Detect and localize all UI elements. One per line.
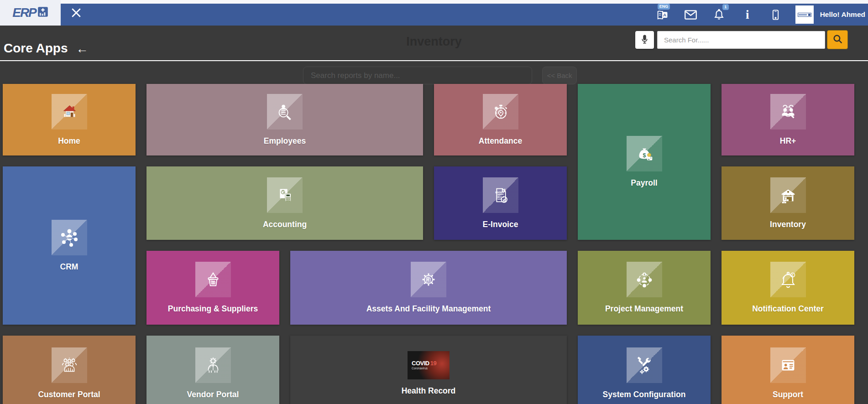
- tile-notification-center[interactable]: 1Notification Center: [722, 251, 854, 325]
- tile-customer-portal[interactable]: Customer Portal: [3, 336, 136, 404]
- svg-text:$: $: [643, 152, 646, 159]
- covid19-image: COVID19Coronavirus: [408, 351, 450, 379]
- tiles-grid: HomeEmployeesAttendance$PayrollHR+CRMCRM…: [3, 84, 854, 404]
- notifications-bell-icon[interactable]: 1: [711, 7, 727, 22]
- tile-label: CRM: [56, 262, 83, 272]
- svg-text:1: 1: [792, 274, 794, 277]
- voice-search-button[interactable]: [635, 31, 654, 49]
- page-title: Core Apps ←: [4, 41, 89, 56]
- tile-label: System Configuration: [598, 390, 690, 399]
- tile-label: Accounting: [258, 220, 311, 229]
- tile-label: Notification Center: [748, 304, 828, 314]
- crm-network-icon: CRM: [52, 220, 87, 255]
- tile-label: Health Record: [397, 386, 460, 396]
- tile-hr[interactable]: HR+: [722, 84, 854, 155]
- app-logo-mark-icon: [37, 6, 48, 19]
- close-icon[interactable]: [68, 5, 84, 20]
- tile-payroll[interactable]: $Payroll: [578, 84, 711, 240]
- basket-icon: [195, 262, 231, 297]
- tile-accounting[interactable]: Accounting: [146, 166, 423, 240]
- calculator-icon: [267, 177, 303, 213]
- app-logo-text: ERP: [12, 5, 36, 20]
- page-title-text: Core Apps: [4, 41, 68, 56]
- tile-label: E-Invoice: [478, 220, 523, 229]
- tile-purchasing-suppliers[interactable]: Purchasing & Suppliers: [146, 251, 279, 325]
- warehouse-icon: [770, 177, 806, 213]
- tile-assets-and-facility-management[interactable]: Assets And Facility Management: [290, 251, 567, 325]
- language-badge: ENG: [658, 4, 670, 10]
- svg-text:INVOICE: INVOICE: [495, 192, 504, 194]
- tile-vendor-portal[interactable]: Vendor Portal: [146, 336, 279, 404]
- svg-text:CRM: CRM: [66, 236, 72, 239]
- search-button[interactable]: [827, 30, 848, 49]
- tile-health-record[interactable]: COVID19CoronavirusHealth Record: [290, 336, 567, 404]
- tile-label: Payroll: [626, 178, 662, 188]
- tile-label: Vendor Portal: [183, 390, 244, 399]
- tile-attendance[interactable]: Attendance: [434, 84, 567, 155]
- notification-bell-icon: 1: [770, 262, 806, 297]
- gear-building-icon: [411, 262, 446, 297]
- contact-card-icon: [770, 347, 806, 383]
- user-greeting[interactable]: Hello! Ahmed: [820, 10, 865, 19]
- search-input[interactable]: [657, 31, 825, 49]
- microphone-icon: [639, 34, 650, 46]
- background-search-input: Search reports by name...: [303, 67, 532, 84]
- tile-e-invoice[interactable]: INVOICE$E-Invoice: [434, 166, 567, 240]
- tile-employees[interactable]: Employees: [146, 84, 423, 155]
- tile-home[interactable]: Home: [3, 84, 136, 155]
- home-icon: [52, 94, 87, 129]
- customer-group-icon: [52, 347, 87, 383]
- svg-text:A: A: [663, 12, 666, 17]
- company-logo[interactable]: [795, 5, 814, 24]
- background-back-button: << Back: [542, 67, 577, 84]
- tile-label: HR+: [775, 136, 801, 146]
- tile-crm[interactable]: CRMCRM: [3, 166, 136, 325]
- svg-text:$: $: [504, 188, 506, 192]
- tile-label: Customer Portal: [33, 390, 105, 399]
- mobile-icon[interactable]: [768, 7, 784, 22]
- stopwatch-icon: [483, 94, 518, 129]
- tile-project-management[interactable]: $Project Management: [578, 251, 711, 325]
- topbar-actions: A ENG 1 i Hello! Ahmed: [642, 4, 865, 26]
- language-icon[interactable]: A ENG: [655, 7, 670, 22]
- money-bag-icon: $: [627, 136, 662, 171]
- tile-system-configuration[interactable]: System Configuration: [578, 336, 711, 404]
- tile-label: Home: [53, 136, 85, 146]
- covid-image: COVID19Coronavirus: [408, 351, 450, 379]
- notification-count-badge: 1: [722, 4, 729, 10]
- info-icon[interactable]: i: [740, 7, 755, 22]
- tile-label: Support: [768, 390, 808, 399]
- hr-people-icon: [770, 94, 806, 129]
- tile-label: Attendance: [474, 136, 527, 146]
- top-strip: [0, 0, 868, 4]
- tile-label: Assets And Facility Management: [362, 304, 496, 314]
- tile-label: Project Management: [601, 304, 688, 314]
- back-arrow-icon[interactable]: ←: [76, 42, 89, 55]
- invoice-icon: INVOICE$: [483, 177, 518, 213]
- tools-icon: [627, 347, 662, 383]
- tile-support[interactable]: Support: [722, 336, 854, 404]
- company-logo-mark: [798, 13, 811, 17]
- project-cycle-icon: $: [627, 262, 662, 297]
- search-icon: [832, 33, 843, 46]
- app-logo[interactable]: ERP: [0, 0, 61, 26]
- vendor-gear-person-icon: [195, 347, 231, 383]
- mail-icon[interactable]: [683, 7, 699, 22]
- tile-label: Inventory: [765, 220, 810, 229]
- tile-inventory[interactable]: Inventory: [722, 166, 854, 240]
- tile-label: Purchasing & Suppliers: [163, 304, 262, 314]
- tile-label: Employees: [259, 136, 310, 146]
- title-underline: [0, 60, 868, 61]
- employee-search-icon: [267, 94, 303, 129]
